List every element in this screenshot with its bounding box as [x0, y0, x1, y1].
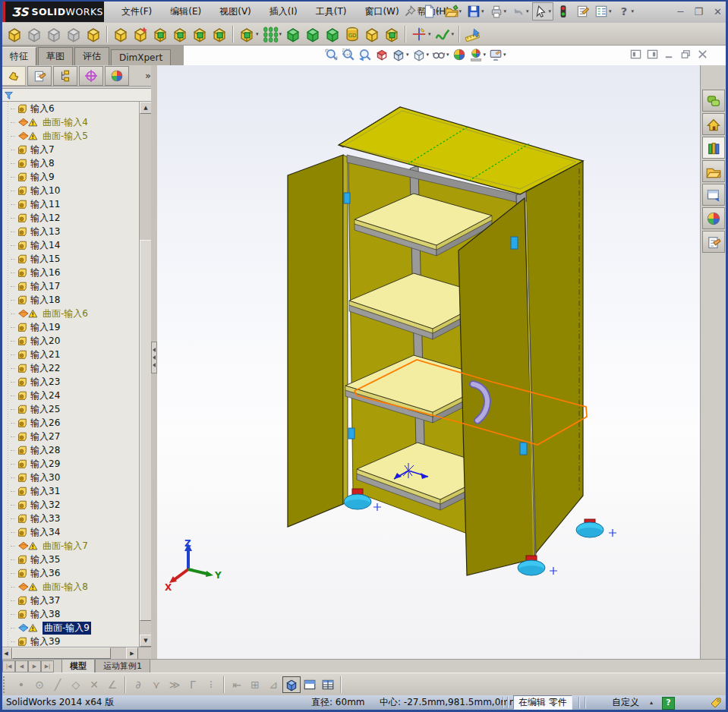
swept-cut-icon[interactable]: [171, 25, 189, 43]
maximize-button[interactable]: ❐: [694, 6, 703, 17]
appearances-icon[interactable]: [702, 207, 725, 229]
new-document-icon[interactable]: ▾: [420, 2, 442, 20]
lofted-boss-icon[interactable]: [65, 25, 83, 43]
save-icon[interactable]: ▾: [465, 2, 487, 20]
tree-item[interactable]: 输入35: [0, 553, 139, 566]
grid-icon[interactable]: ⊞: [246, 676, 264, 693]
rib-icon[interactable]: [284, 25, 302, 43]
tree-item[interactable]: 输入11: [0, 197, 139, 211]
tree-item[interactable]: 输入8: [0, 156, 139, 170]
tree-item[interactable]: 输入9: [0, 170, 139, 184]
tree-item[interactable]: 输入38: [0, 607, 139, 621]
zoom-fit-icon[interactable]: [324, 47, 339, 62]
tree-item[interactable]: 输入39: [0, 635, 139, 647]
status-profile-dropdown[interactable]: 自定义: [612, 695, 639, 710]
quick-tips-button[interactable]: ?: [662, 697, 675, 710]
displaymanager-tab[interactable]: [105, 66, 129, 86]
draft-icon[interactable]: [304, 25, 322, 43]
tab-评估[interactable]: 评估: [74, 47, 109, 65]
view-orientation-icon[interactable]: ▾: [391, 47, 410, 62]
scroll-up-button[interactable]: ▲: [140, 102, 152, 114]
home-icon[interactable]: [702, 113, 725, 135]
tree-horizontal-scrollbar[interactable]: ◀ ▶: [0, 647, 152, 659]
boundary-cut-icon[interactable]: [210, 25, 228, 43]
tree-item[interactable]: 输入6: [0, 102, 139, 115]
undo-icon[interactable]: ▾: [509, 2, 531, 20]
next-tab-button[interactable]: ▶: [28, 660, 41, 673]
zoom-area-icon[interactable]: [341, 47, 356, 62]
tree-item[interactable]: 输入36: [0, 566, 139, 580]
extruded-boss-icon[interactable]: [5, 25, 24, 43]
options-icon[interactable]: ▾: [592, 2, 614, 20]
snap-parallel-icon[interactable]: ≫: [165, 676, 184, 693]
tree-item[interactable]: 输入23: [0, 375, 139, 389]
tree-item[interactable]: 输入24: [0, 389, 139, 402]
tree-item[interactable]: 输入29: [0, 457, 139, 471]
tree-item[interactable]: 输入14: [0, 238, 139, 252]
dimension-width-icon[interactable]: ⇤: [228, 676, 246, 693]
tree-filter-field[interactable]: [2, 88, 152, 102]
tree-item[interactable]: 输入12: [0, 211, 139, 225]
wrap-icon[interactable]: GD: [343, 25, 361, 43]
section-view-icon[interactable]: [374, 47, 389, 62]
tree-item[interactable]: 输入32: [0, 498, 139, 512]
tree-item[interactable]: 曲面-输入5: [0, 129, 139, 143]
view-table-icon[interactable]: [319, 676, 337, 693]
sketch-polygon-icon[interactable]: ◇: [67, 676, 85, 693]
reference-geometry-icon[interactable]: ▾: [410, 25, 432, 43]
view-3d-icon[interactable]: [282, 676, 301, 693]
tree-item[interactable]: 输入22: [0, 361, 139, 375]
snap-vertical-icon[interactable]: ⋎: [147, 676, 165, 693]
close-button[interactable]: ✕: [714, 6, 722, 17]
angle-snap-icon[interactable]: ⊿: [264, 676, 282, 693]
tree-item[interactable]: 输入25: [0, 402, 139, 416]
tree-item[interactable]: 输入13: [0, 225, 139, 238]
profile-caret-icon[interactable]: ▴: [650, 695, 653, 710]
minimize-button[interactable]: ─: [678, 6, 684, 17]
shell-icon[interactable]: [323, 25, 342, 43]
tree-item[interactable]: 曲面-输入8: [0, 580, 139, 594]
open-document-icon[interactable]: ▾: [443, 2, 465, 20]
tree-item[interactable]: 输入19: [0, 320, 139, 334]
last-tab-button[interactable]: ▶|: [41, 660, 54, 673]
menu-文件[interactable]: 文件(F): [112, 3, 161, 20]
scroll-down-button[interactable]: ▼: [140, 635, 152, 647]
swept-boss-icon[interactable]: [45, 25, 63, 43]
tree-item[interactable]: 输入17: [0, 279, 139, 293]
instant3d-icon[interactable]: [464, 25, 482, 43]
tag-icon[interactable]: [710, 697, 722, 709]
tree-item[interactable]: 曲面-输入4: [0, 115, 139, 129]
tree-item[interactable]: 输入18: [0, 293, 139, 307]
resources-icon[interactable]: [702, 90, 725, 112]
linear-pattern-icon[interactable]: ▾: [261, 25, 283, 43]
vertical-scroll-thumb[interactable]: [140, 240, 152, 621]
panel-overflow-chevron[interactable]: »: [145, 70, 151, 81]
tree-item[interactable]: 输入20: [0, 334, 139, 348]
tab-运动算例1[interactable]: 运动算例1: [95, 660, 150, 673]
tree-item[interactable]: 输入30: [0, 471, 139, 484]
featuremanager-tab[interactable]: [2, 66, 26, 86]
revolved-cut-icon[interactable]: [151, 25, 169, 43]
prev-tab-button[interactable]: ◀: [15, 660, 28, 673]
tree-item[interactable]: 曲面-输入7: [0, 539, 139, 553]
fillet-icon[interactable]: ▾: [238, 25, 260, 43]
view-settings-icon[interactable]: ▾: [488, 47, 507, 62]
horizontal-scroll-thumb[interactable]: [12, 647, 111, 659]
tab-草图[interactable]: 草图: [38, 47, 73, 65]
previous-view-icon[interactable]: [358, 47, 373, 62]
sketch-circle-icon[interactable]: ⊙: [30, 676, 49, 693]
hole-wizard-icon[interactable]: [131, 25, 150, 43]
propertymanager-tab[interactable]: [27, 66, 52, 86]
tree-item[interactable]: 输入28: [0, 443, 139, 457]
tree-item[interactable]: 输入37: [0, 594, 139, 607]
scroll-right-button[interactable]: ▶: [126, 647, 138, 660]
view-split-icon[interactable]: [301, 676, 319, 693]
revolved-boss-icon[interactable]: [25, 25, 43, 43]
boundary-boss-icon[interactable]: [84, 25, 102, 43]
splitter-handle[interactable]: [151, 342, 157, 373]
tree-item[interactable]: 曲面-输入9: [0, 621, 139, 635]
tree-item[interactable]: 曲面-输入6: [0, 307, 139, 320]
tree-item[interactable]: 输入7: [0, 143, 139, 156]
tree-item[interactable]: 输入31: [0, 484, 139, 498]
menu-插入[interactable]: 插入(I): [260, 3, 307, 20]
